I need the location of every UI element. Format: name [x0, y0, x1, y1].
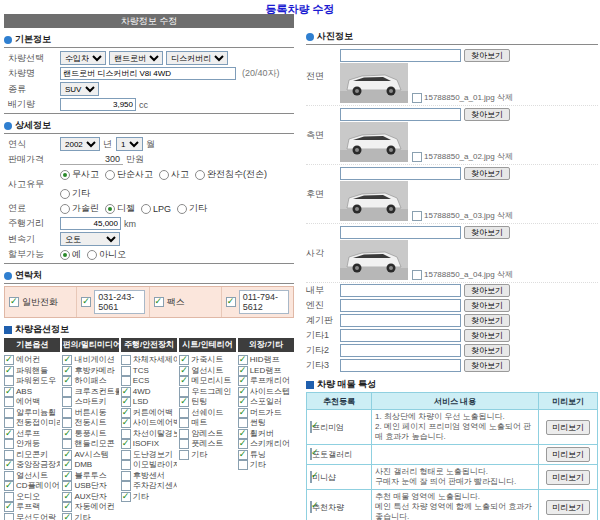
photo-delete-option[interactable]: 15788850_a_01.jpg 삭제: [412, 92, 513, 103]
preview-button[interactable]: 미리보기: [546, 470, 590, 485]
checkbox-icon[interactable]: [4, 471, 14, 481]
checkbox-icon[interactable]: [62, 450, 72, 460]
contact-cell[interactable]: 팩스: [150, 287, 222, 317]
checkbox-icon[interactable]: [4, 492, 14, 502]
checkbox-icon[interactable]: [62, 471, 72, 481]
option-checkbox-item[interactable]: 사이드스텝: [238, 387, 294, 398]
radio-icon[interactable]: [105, 204, 115, 214]
option-checkbox-item[interactable]: 블루투스: [62, 471, 118, 482]
option-checkbox-item[interactable]: 스키캐리어: [238, 439, 294, 450]
photo-file-input[interactable]: [340, 226, 461, 239]
photo-file-input[interactable]: [340, 344, 461, 357]
option-checkbox-item[interactable]: AUX단자: [62, 492, 118, 503]
checkbox-icon[interactable]: [121, 429, 131, 439]
checkbox-icon[interactable]: [238, 429, 248, 439]
option-checkbox-item[interactable]: TCS: [121, 366, 177, 377]
checkbox-icon[interactable]: [121, 460, 131, 470]
checkbox-icon[interactable]: [238, 376, 248, 386]
radio-option[interactable]: 사고: [159, 168, 189, 181]
option-checkbox-item[interactable]: 튜닝: [238, 450, 294, 461]
checkbox-icon[interactable]: [412, 270, 422, 280]
checkbox-icon[interactable]: [62, 355, 72, 365]
option-checkbox-item[interactable]: 4WD: [121, 387, 177, 398]
checkbox-icon[interactable]: [179, 429, 189, 439]
checkbox-icon[interactable]: [238, 355, 248, 365]
browse-button[interactable]: 찾아보기: [464, 329, 510, 342]
checkbox-icon[interactable]: [179, 418, 189, 428]
photo-file-input[interactable]: [340, 49, 461, 62]
option-checkbox-item[interactable]: 기타: [62, 513, 118, 520]
checkbox-icon[interactable]: [62, 366, 72, 376]
checkbox-icon[interactable]: [62, 460, 72, 470]
radio-option[interactable]: 아니오: [87, 248, 126, 261]
option-checkbox-item[interactable]: 커튼에어백: [121, 408, 177, 419]
browse-button[interactable]: 찾아보기: [464, 344, 510, 357]
option-checkbox-item[interactable]: 도난경보기: [121, 450, 177, 461]
option-checkbox-item[interactable]: 사이드에어백: [121, 418, 177, 429]
checkbox-icon[interactable]: [226, 297, 236, 307]
checkbox-icon[interactable]: [121, 376, 131, 386]
checkbox-icon[interactable]: [81, 297, 91, 307]
car-name-input[interactable]: [60, 67, 236, 80]
browse-button[interactable]: 찾아보기: [464, 314, 510, 327]
option-checkbox-item[interactable]: 기타: [238, 460, 294, 471]
photo-file-input[interactable]: [340, 329, 461, 342]
checkbox-icon[interactable]: [238, 418, 248, 428]
checkbox-icon[interactable]: [121, 471, 131, 481]
option-checkbox-item[interactable]: 핸들리모콘: [62, 439, 118, 450]
checkbox-icon[interactable]: [310, 421, 312, 433]
preview-button[interactable]: 미리보기: [546, 500, 590, 515]
option-checkbox-item[interactable]: 크루즈컨트롤: [62, 387, 118, 398]
browse-button[interactable]: 찾아보기: [464, 284, 510, 297]
radio-icon[interactable]: [177, 204, 187, 214]
option-checkbox-item[interactable]: 리모콘키: [4, 450, 60, 461]
option-checkbox-item[interactable]: ECS: [121, 376, 177, 387]
checkbox-icon[interactable]: [62, 387, 72, 397]
checkbox-icon[interactable]: [238, 460, 248, 470]
checkbox-icon[interactable]: [121, 397, 131, 407]
option-checkbox-item[interactable]: AV시스템: [62, 450, 118, 461]
option-checkbox-item[interactable]: 통풍시트: [62, 429, 118, 440]
checkbox-icon[interactable]: [179, 376, 189, 386]
radio-icon[interactable]: [159, 170, 169, 180]
checkbox-icon[interactable]: [121, 418, 131, 428]
option-checkbox-item[interactable]: 무선도어락: [4, 513, 60, 520]
checkbox-icon[interactable]: [4, 387, 14, 397]
option-checkbox-item[interactable]: ABS: [4, 387, 60, 398]
option-checkbox-item[interactable]: ISOFIX: [121, 439, 177, 450]
browse-button[interactable]: 찾아보기: [464, 49, 510, 62]
option-checkbox-item[interactable]: 우드그레인: [179, 387, 235, 398]
option-checkbox-item[interactable]: 열선시트: [4, 471, 60, 482]
browse-button[interactable]: 찾아보기: [464, 108, 510, 121]
checkbox-icon[interactable]: [4, 481, 14, 491]
checkbox-icon[interactable]: [4, 460, 14, 470]
checkbox-icon[interactable]: [310, 471, 312, 483]
car-select[interactable]: 수입차: [60, 51, 106, 65]
option-checkbox-item[interactable]: 기타: [179, 450, 235, 461]
option-checkbox-item[interactable]: 스마트키: [62, 397, 118, 408]
option-checkbox-item[interactable]: 알루미늄휠: [4, 408, 60, 419]
checkbox-icon[interactable]: [179, 366, 189, 376]
radio-icon[interactable]: [60, 250, 70, 260]
radio-option[interactable]: LPG: [141, 204, 171, 214]
option-checkbox-item[interactable]: LSD: [121, 397, 177, 408]
checkbox-icon[interactable]: [121, 408, 131, 418]
option-checkbox-item[interactable]: 암레스트: [179, 429, 235, 440]
checkbox-icon[interactable]: [154, 297, 164, 307]
checkbox-icon[interactable]: [310, 501, 312, 513]
checkbox-icon[interactable]: [4, 376, 14, 386]
browse-button[interactable]: 찾아보기: [464, 167, 510, 180]
browse-button[interactable]: 찾아보기: [464, 299, 510, 312]
radio-option[interactable]: 완전침수(전손): [195, 168, 267, 181]
option-checkbox-item[interactable]: 매트: [179, 418, 235, 429]
radio-icon[interactable]: [87, 250, 97, 260]
radio-option[interactable]: 기타: [60, 187, 90, 200]
option-checkbox-item[interactable]: 틴팅: [179, 397, 235, 408]
checkbox-icon[interactable]: [238, 397, 248, 407]
contact-cell[interactable]: 일반전화: [5, 287, 77, 317]
option-checkbox-item[interactable]: 기타: [121, 492, 177, 503]
option-checkbox-item[interactable]: 중앙잠금장치: [4, 460, 60, 471]
checkbox-icon[interactable]: [121, 387, 131, 397]
browse-button[interactable]: 찾아보기: [464, 359, 510, 372]
radio-option[interactable]: 단순사고: [105, 168, 153, 181]
